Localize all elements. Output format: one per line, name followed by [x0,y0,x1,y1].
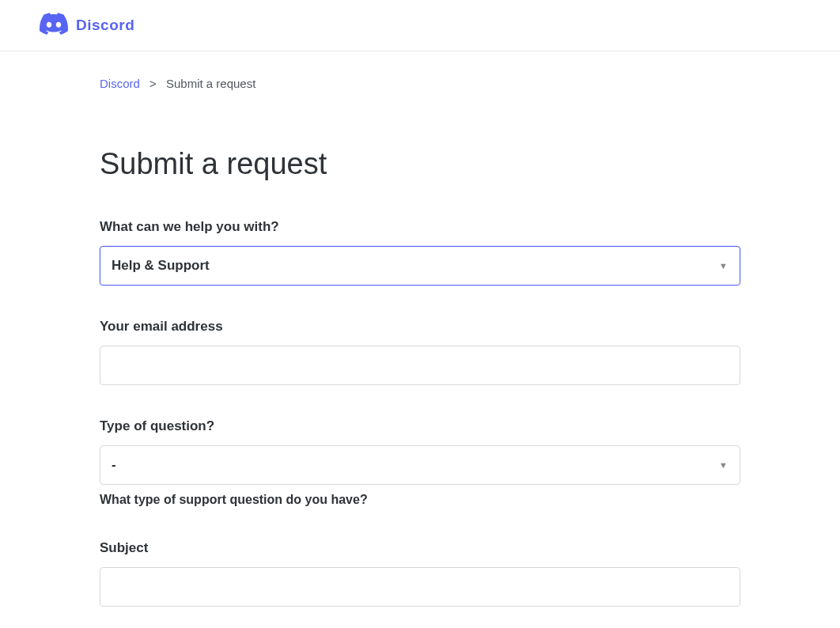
breadcrumb-current: Submit a request [166,77,255,90]
question-type-select[interactable]: - [100,445,740,485]
page-title: Submit a request [100,147,740,181]
topic-select[interactable]: Help & Support [100,246,740,286]
question-type-label: Type of question? [100,418,740,434]
main-content: Discord > Submit a request Submit a requ… [80,51,760,607]
brand-name: Discord [76,17,134,34]
email-input[interactable] [100,346,740,385]
topic-selected-value: Help & Support [112,258,210,274]
form-group-subject: Subject [100,540,740,607]
form-group-question-type: Type of question? - ▼ What type of suppo… [100,418,740,507]
question-type-selected-value: - [112,457,116,473]
subject-input[interactable] [100,567,740,607]
breadcrumb: Discord > Submit a request [100,51,740,90]
brand-logo[interactable]: Discord [40,13,134,38]
form-group-email: Your email address [100,319,740,385]
form-group-topic: What can we help you with? Help & Suppor… [100,219,740,286]
subject-label: Subject [100,540,740,556]
site-header: Discord [0,0,840,51]
breadcrumb-separator: > [149,77,157,90]
discord-logo-icon [40,13,68,38]
topic-select-wrap: Help & Support ▼ [100,246,740,286]
breadcrumb-home-link[interactable]: Discord [100,77,140,90]
question-type-help-text: What type of support question do you hav… [100,493,740,507]
email-label: Your email address [100,319,740,335]
topic-label: What can we help you with? [100,219,740,235]
question-type-select-wrap: - ▼ [100,445,740,485]
